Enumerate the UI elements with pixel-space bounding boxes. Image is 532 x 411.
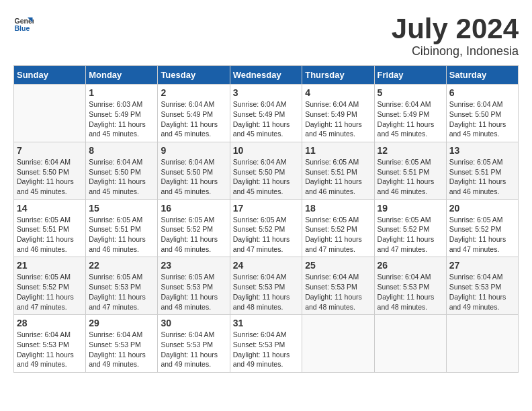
day-number: 15: [89, 203, 154, 214]
calendar-cell: [302, 315, 374, 373]
day-number: 7: [17, 145, 83, 156]
calendar-cell: 6Sunrise: 6:04 AM Sunset: 5:50 PM Daylig…: [446, 85, 518, 142]
calendar-cell: 16Sunrise: 6:05 AM Sunset: 5:52 PM Dayli…: [158, 199, 230, 257]
calendar-cell: 21Sunrise: 6:05 AM Sunset: 5:52 PM Dayli…: [14, 257, 86, 315]
cell-info: Sunrise: 6:05 AM Sunset: 5:51 PM Dayligh…: [17, 215, 83, 255]
day-number: 5: [378, 87, 443, 98]
cell-info: Sunrise: 6:04 AM Sunset: 5:49 PM Dayligh…: [305, 99, 371, 139]
calendar-cell: 13Sunrise: 6:05 AM Sunset: 5:51 PM Dayli…: [446, 142, 518, 199]
day-number: 18: [305, 203, 371, 214]
day-number: 22: [89, 260, 154, 271]
calendar-cell: 2Sunrise: 6:04 AM Sunset: 5:49 PM Daylig…: [158, 85, 230, 142]
cell-info: Sunrise: 6:04 AM Sunset: 5:49 PM Dayligh…: [233, 99, 300, 139]
calendar-cell: 12Sunrise: 6:05 AM Sunset: 5:51 PM Dayli…: [374, 142, 446, 199]
day-number: 17: [233, 203, 300, 214]
calendar-cell: 8Sunrise: 6:04 AM Sunset: 5:50 PM Daylig…: [86, 142, 158, 199]
cell-info: Sunrise: 6:04 AM Sunset: 5:49 PM Dayligh…: [378, 99, 443, 139]
calendar-week-row: 7Sunrise: 6:04 AM Sunset: 5:50 PM Daylig…: [14, 142, 519, 199]
cell-info: Sunrise: 6:05 AM Sunset: 5:52 PM Dayligh…: [161, 215, 226, 255]
calendar-week-row: 1Sunrise: 6:03 AM Sunset: 5:49 PM Daylig…: [14, 85, 519, 142]
cell-info: Sunrise: 6:04 AM Sunset: 5:50 PM Dayligh…: [449, 99, 515, 139]
calendar-cell: 15Sunrise: 6:05 AM Sunset: 5:51 PM Dayli…: [86, 199, 158, 257]
day-header-wednesday: Wednesday: [230, 66, 302, 85]
calendar-cell: [446, 315, 518, 373]
calendar-cell: 20Sunrise: 6:05 AM Sunset: 5:52 PM Dayli…: [446, 199, 518, 257]
day-header-monday: Monday: [86, 66, 158, 85]
calendar-cell: 22Sunrise: 6:05 AM Sunset: 5:53 PM Dayli…: [86, 257, 158, 315]
logo-icon: General Blue: [13, 13, 34, 34]
cell-info: Sunrise: 6:05 AM Sunset: 5:51 PM Dayligh…: [305, 157, 371, 197]
svg-text:Blue: Blue: [15, 24, 30, 32]
cell-info: Sunrise: 6:04 AM Sunset: 5:53 PM Dayligh…: [161, 330, 226, 369]
cell-info: Sunrise: 6:05 AM Sunset: 5:52 PM Dayligh…: [305, 215, 371, 255]
cell-info: Sunrise: 6:04 AM Sunset: 5:50 PM Dayligh…: [89, 157, 154, 197]
cell-info: Sunrise: 6:03 AM Sunset: 5:49 PM Dayligh…: [89, 99, 154, 139]
cell-info: Sunrise: 6:04 AM Sunset: 5:50 PM Dayligh…: [233, 157, 300, 197]
day-header-thursday: Thursday: [302, 66, 374, 85]
calendar-cell: 28Sunrise: 6:04 AM Sunset: 5:53 PM Dayli…: [14, 315, 86, 373]
day-number: 27: [449, 260, 515, 271]
calendar-cell: 17Sunrise: 6:05 AM Sunset: 5:52 PM Dayli…: [230, 199, 302, 257]
day-number: 21: [17, 260, 83, 271]
cell-info: Sunrise: 6:05 AM Sunset: 5:52 PM Dayligh…: [378, 215, 443, 255]
cell-info: Sunrise: 6:05 AM Sunset: 5:51 PM Dayligh…: [89, 215, 154, 255]
cell-info: Sunrise: 6:04 AM Sunset: 5:53 PM Dayligh…: [17, 330, 83, 369]
title-area: July 2024 Cibinong, Indonesia: [392, 13, 519, 58]
day-number: 25: [305, 260, 371, 271]
header: General Blue July 2024 Cibinong, Indones…: [13, 13, 519, 58]
cell-info: Sunrise: 6:05 AM Sunset: 5:52 PM Dayligh…: [449, 215, 515, 255]
calendar-week-row: 14Sunrise: 6:05 AM Sunset: 5:51 PM Dayli…: [14, 199, 519, 257]
day-header-friday: Friday: [374, 66, 446, 85]
cell-info: Sunrise: 6:04 AM Sunset: 5:53 PM Dayligh…: [378, 272, 443, 312]
calendar-cell: 4Sunrise: 6:04 AM Sunset: 5:49 PM Daylig…: [302, 85, 374, 142]
day-number: 14: [17, 203, 83, 214]
day-number: 4: [305, 87, 371, 98]
calendar-cell: 26Sunrise: 6:04 AM Sunset: 5:53 PM Dayli…: [374, 257, 446, 315]
day-number: 2: [161, 87, 226, 98]
logo: General Blue: [13, 13, 34, 34]
day-number: 24: [233, 260, 300, 271]
calendar-cell: 18Sunrise: 6:05 AM Sunset: 5:52 PM Dayli…: [302, 199, 374, 257]
day-number: 8: [89, 145, 154, 156]
cell-info: Sunrise: 6:04 AM Sunset: 5:53 PM Dayligh…: [233, 330, 300, 369]
cell-info: Sunrise: 6:04 AM Sunset: 5:53 PM Dayligh…: [89, 330, 154, 369]
day-number: 6: [449, 87, 515, 98]
calendar-cell: 9Sunrise: 6:04 AM Sunset: 5:50 PM Daylig…: [158, 142, 230, 199]
day-header-tuesday: Tuesday: [158, 66, 230, 85]
calendar-cell: 27Sunrise: 6:04 AM Sunset: 5:53 PM Dayli…: [446, 257, 518, 315]
day-number: 26: [378, 260, 443, 271]
cell-info: Sunrise: 6:04 AM Sunset: 5:50 PM Dayligh…: [17, 157, 83, 197]
day-number: 19: [378, 203, 443, 214]
cell-info: Sunrise: 6:04 AM Sunset: 5:53 PM Dayligh…: [233, 272, 300, 312]
cell-info: Sunrise: 6:05 AM Sunset: 5:53 PM Dayligh…: [89, 272, 154, 312]
calendar-cell: 25Sunrise: 6:04 AM Sunset: 5:53 PM Dayli…: [302, 257, 374, 315]
calendar-cell: 24Sunrise: 6:04 AM Sunset: 5:53 PM Dayli…: [230, 257, 302, 315]
day-number: 29: [89, 318, 154, 328]
cell-info: Sunrise: 6:05 AM Sunset: 5:52 PM Dayligh…: [233, 215, 300, 255]
day-number: 13: [449, 145, 515, 156]
calendar-cell: 5Sunrise: 6:04 AM Sunset: 5:49 PM Daylig…: [374, 85, 446, 142]
location-subtitle: Cibinong, Indonesia: [392, 44, 519, 58]
cell-info: Sunrise: 6:05 AM Sunset: 5:52 PM Dayligh…: [17, 272, 83, 312]
cell-info: Sunrise: 6:05 AM Sunset: 5:53 PM Dayligh…: [161, 272, 226, 312]
calendar-cell: 31Sunrise: 6:04 AM Sunset: 5:53 PM Dayli…: [230, 315, 302, 373]
calendar-cell: 10Sunrise: 6:04 AM Sunset: 5:50 PM Dayli…: [230, 142, 302, 199]
day-number: 1: [89, 87, 154, 98]
month-year-title: July 2024: [392, 13, 519, 44]
calendar-week-row: 28Sunrise: 6:04 AM Sunset: 5:53 PM Dayli…: [14, 315, 519, 373]
calendar-cell: 11Sunrise: 6:05 AM Sunset: 5:51 PM Dayli…: [302, 142, 374, 199]
cell-info: Sunrise: 6:04 AM Sunset: 5:49 PM Dayligh…: [161, 99, 226, 139]
day-number: 31: [233, 318, 300, 328]
day-number: 9: [161, 145, 226, 156]
calendar-week-row: 21Sunrise: 6:05 AM Sunset: 5:52 PM Dayli…: [14, 257, 519, 315]
calendar-cell: 29Sunrise: 6:04 AM Sunset: 5:53 PM Dayli…: [86, 315, 158, 373]
calendar-body: 1Sunrise: 6:03 AM Sunset: 5:49 PM Daylig…: [14, 85, 519, 373]
calendar-header-row: SundayMondayTuesdayWednesdayThursdayFrid…: [14, 66, 519, 85]
cell-info: Sunrise: 6:05 AM Sunset: 5:51 PM Dayligh…: [449, 157, 515, 197]
day-number: 11: [305, 145, 371, 156]
calendar-cell: 7Sunrise: 6:04 AM Sunset: 5:50 PM Daylig…: [14, 142, 86, 199]
calendar-cell: 14Sunrise: 6:05 AM Sunset: 5:51 PM Dayli…: [14, 199, 86, 257]
cell-info: Sunrise: 6:04 AM Sunset: 5:53 PM Dayligh…: [449, 272, 515, 312]
day-number: 3: [233, 87, 300, 98]
day-header-saturday: Saturday: [446, 66, 518, 85]
